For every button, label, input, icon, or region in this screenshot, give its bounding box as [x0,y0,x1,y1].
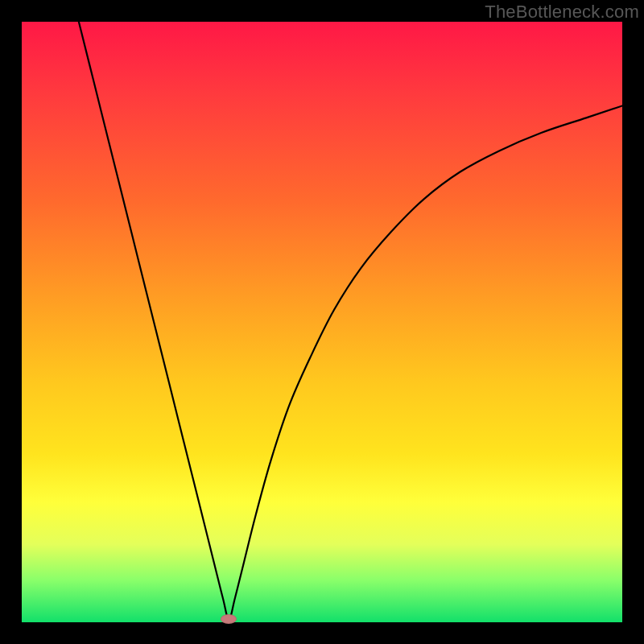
chart-frame: TheBottleneck.com [0,0,644,644]
minimum-marker [221,614,237,624]
gradient-plot-area [22,22,622,622]
watermark-text: TheBottleneck.com [485,2,639,23]
